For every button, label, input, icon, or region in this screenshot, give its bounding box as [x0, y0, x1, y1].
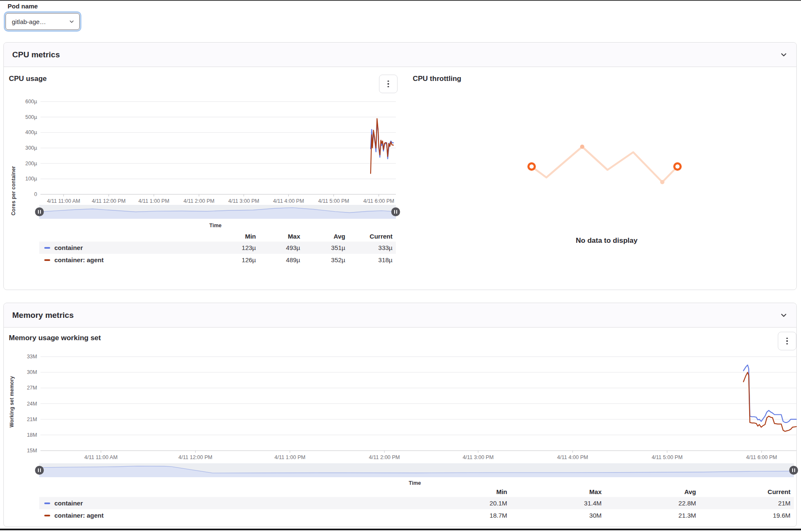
legend-value-avg: 22.8M	[605, 497, 699, 509]
legend-value-current: 333µ	[349, 242, 396, 254]
svg-text:4/11 6:00 PM: 4/11 6:00 PM	[746, 454, 777, 460]
svg-text:21M: 21M	[27, 416, 37, 422]
cpu-usage-timeline-slider[interactable]	[39, 205, 396, 219]
svg-text:4/11 3:00 PM: 4/11 3:00 PM	[228, 198, 259, 204]
legend-value-min: 126µ	[213, 254, 259, 266]
series-color-swatch	[44, 247, 50, 249]
cpu-usage-chart[interactable]: 600µ500µ400µ300µ200µ100µ04/11 11:00 AM4/…	[4, 95, 404, 204]
window-top-edge	[0, 0, 801, 1]
svg-text:100µ: 100µ	[25, 176, 37, 182]
svg-text:4/11 12:00 PM: 4/11 12:00 PM	[178, 454, 212, 460]
cpu-metrics-card: CPU metrics CPU usage Cores per containe…	[3, 42, 797, 290]
series-color-swatch	[44, 259, 50, 261]
svg-text:0: 0	[34, 191, 37, 197]
legend-col-max: Max	[511, 486, 605, 497]
svg-text:24M: 24M	[27, 401, 37, 407]
cpu-metrics-section-title: CPU metrics	[12, 50, 60, 59]
legend-value-min: 123µ	[213, 242, 259, 254]
pod-name-select[interactable]: gitlab-age…	[5, 13, 80, 30]
cpu-throttling-empty-message: No data to display	[455, 236, 758, 245]
memory-metrics-section-header[interactable]: Memory metrics	[4, 303, 796, 328]
cpu-usage-legend-table: MinMaxAvgCurrentcontainer123µ493µ351µ333…	[39, 231, 396, 266]
legend-value-avg: 351µ	[304, 242, 349, 254]
chevron-down-icon	[69, 19, 74, 24]
svg-text:15M: 15M	[27, 448, 37, 454]
cpu-slider-handle-right[interactable]	[391, 207, 400, 216]
legend-col-min: Min	[416, 486, 511, 497]
legend-row[interactable]: container: agent18.7M30M21.3M19.6M	[39, 509, 794, 521]
chevron-down-icon[interactable]	[780, 312, 787, 319]
svg-text:4/11 3:00 PM: 4/11 3:00 PM	[462, 454, 493, 460]
svg-text:4/11 4:00 PM: 4/11 4:00 PM	[273, 198, 304, 204]
svg-text:30M: 30M	[27, 369, 37, 375]
svg-text:4/11 5:00 PM: 4/11 5:00 PM	[318, 198, 349, 204]
legend-value-current: 318µ	[349, 254, 396, 266]
svg-text:4/11 12:00 PM: 4/11 12:00 PM	[92, 198, 126, 204]
svg-text:4/11 5:00 PM: 4/11 5:00 PM	[652, 454, 683, 460]
svg-text:600µ: 600µ	[25, 99, 37, 105]
svg-text:4/11 2:00 PM: 4/11 2:00 PM	[369, 454, 400, 460]
cpu-usage-more-actions-button[interactable]	[379, 75, 398, 93]
memory-usage-panel-title: Memory usage working set	[9, 334, 101, 342]
svg-text:300µ: 300µ	[25, 145, 37, 151]
no-data-illustration-icon	[524, 140, 685, 188]
svg-text:500µ: 500µ	[25, 114, 37, 120]
legend-col-current: Current	[349, 231, 396, 242]
svg-text:400µ: 400µ	[25, 129, 37, 135]
memory-slider-handle-right[interactable]	[789, 466, 798, 475]
legend-value-current: 21M	[699, 497, 794, 509]
svg-text:200µ: 200µ	[25, 161, 37, 167]
svg-text:4/11 1:00 PM: 4/11 1:00 PM	[138, 198, 169, 204]
legend-row[interactable]: container123µ493µ351µ333µ	[39, 242, 396, 254]
svg-text:18M: 18M	[27, 432, 37, 438]
legend-value-avg: 21.3M	[605, 509, 699, 521]
legend-row[interactable]: container: agent126µ489µ352µ318µ	[39, 254, 396, 266]
series-color-swatch	[44, 515, 50, 516]
svg-text:4/11 11:00 AM: 4/11 11:00 AM	[47, 198, 80, 204]
memory-usage-timeline-minimap	[39, 463, 794, 477]
memory-usage-legend-table: MinMaxAvgCurrentcontainer20.1M31.4M22.8M…	[39, 486, 794, 521]
svg-text:4/11 1:00 PM: 4/11 1:00 PM	[274, 454, 305, 460]
legend-value-max: 31.4M	[511, 497, 605, 509]
chevron-down-icon[interactable]	[780, 51, 787, 58]
legend-col-max: Max	[259, 231, 304, 242]
cpu-usage-x-axis-title: Time	[203, 223, 228, 228]
pod-name-select-value: gitlab-age…	[12, 18, 46, 25]
svg-text:4/11 2:00 PM: 4/11 2:00 PM	[183, 198, 214, 204]
legend-col-min: Min	[213, 231, 259, 242]
pod-name-label: Pod name	[8, 3, 38, 10]
legend-value-min: 20.1M	[416, 497, 511, 509]
memory-usage-more-actions-button[interactable]	[778, 332, 796, 350]
legend-row[interactable]: container20.1M31.4M22.8M21M	[39, 497, 794, 509]
memory-slider-handle-left[interactable]	[35, 466, 44, 475]
memory-usage-chart[interactable]: 33M30M27M24M21M18M15M4/11 11:00 AM4/11 1…	[4, 352, 801, 462]
legend-col-avg: Avg	[304, 231, 349, 242]
cpu-throttling-panel-title: CPU throttling	[413, 75, 461, 83]
legend-header-row: MinMaxAvgCurrent	[39, 486, 794, 497]
legend-value-max: 493µ	[259, 242, 304, 254]
legend-value-max: 489µ	[259, 254, 304, 266]
legend-value-avg: 352µ	[304, 254, 349, 266]
memory-usage-x-axis-title: Time	[402, 480, 427, 486]
window-bottom-edge	[0, 529, 801, 530]
memory-metrics-card: Memory metrics Memory usage working set …	[3, 303, 797, 527]
svg-text:33M: 33M	[27, 354, 37, 360]
svg-text:27M: 27M	[27, 385, 37, 391]
cpu-usage-panel-title: CPU usage	[9, 75, 47, 83]
legend-value-min: 18.7M	[416, 509, 511, 521]
series-color-swatch	[44, 502, 50, 504]
pod-metrics-dashboard: Pod name gitlab-age… CPU metrics CPU usa…	[0, 0, 801, 532]
svg-text:4/11 6:00 PM: 4/11 6:00 PM	[363, 198, 394, 204]
cpu-slider-handle-left[interactable]	[35, 207, 44, 216]
svg-text:4/11 4:00 PM: 4/11 4:00 PM	[557, 454, 588, 460]
svg-text:4/11 11:00 AM: 4/11 11:00 AM	[84, 454, 118, 460]
cpu-metrics-section-header[interactable]: CPU metrics	[4, 43, 796, 67]
legend-col-avg: Avg	[605, 486, 699, 497]
legend-header-row: MinMaxAvgCurrent	[39, 231, 396, 242]
memory-metrics-section-title: Memory metrics	[12, 311, 74, 320]
cpu-usage-timeline-minimap	[39, 205, 396, 219]
memory-usage-timeline-slider[interactable]	[39, 463, 794, 477]
legend-value-current: 19.6M	[699, 509, 794, 521]
legend-col-current: Current	[699, 486, 794, 497]
legend-value-max: 30M	[511, 509, 605, 521]
